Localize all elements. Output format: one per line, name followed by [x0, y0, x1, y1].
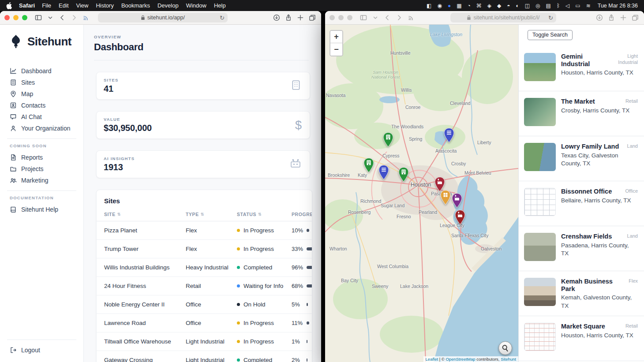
- sidebar-item-ai-chat[interactable]: AI Chat: [6, 111, 77, 123]
- sidebar-item-map[interactable]: Map: [6, 88, 77, 100]
- map-marker-building[interactable]: [382, 132, 394, 148]
- column-type[interactable]: TYPE⇅: [186, 212, 237, 217]
- battery-icon[interactable]: ▭: [575, 3, 580, 8]
- table-row[interactable]: 24 Hour FitnessRetailWaiting for Info68%: [97, 277, 312, 295]
- zoom-button[interactable]: [22, 15, 27, 20]
- shield-icon[interactable]: ◈: [487, 3, 491, 8]
- bluetooth-icon[interactable]: ᛒ: [557, 3, 560, 8]
- menu-window[interactable]: Window: [186, 2, 206, 9]
- map[interactable]: HuntsvilleLake LivingstonSam Houston Nat…: [325, 25, 518, 362]
- table-row[interactable]: Trump TowerFlexIn Progress33%: [97, 240, 312, 258]
- column-site[interactable]: SITE⇅: [97, 212, 186, 217]
- close-button[interactable]: [4, 15, 10, 20]
- sync-icon[interactable]: ◎: [535, 3, 540, 8]
- property-card-crenshaw-fields[interactable]: Crenshaw FieldsLandPasadena, Harris Coun…: [519, 226, 644, 271]
- address-bar[interactable]: sitehunt.io/app/ ↻: [98, 13, 228, 22]
- reload-icon[interactable]: ↻: [548, 15, 553, 21]
- table-row[interactable]: Lawrence RoadOfficeIn Progress11%: [97, 314, 312, 332]
- table-row[interactable]: Pizza PlanetFlexIn Progress10%: [97, 221, 312, 240]
- map-marker-list[interactable]: [443, 127, 455, 143]
- minimize-button[interactable]: [13, 15, 19, 20]
- zoom-in-button[interactable]: +: [330, 31, 342, 43]
- column-progress[interactable]: PROGRESS⇅: [292, 212, 312, 217]
- chevron-down-icon[interactable]: [371, 13, 380, 22]
- address-bar[interactable]: sitehunt.io/sitehunt/public/i/ ↻: [450, 13, 556, 22]
- map-marker-building[interactable]: [363, 157, 374, 173]
- reload-icon[interactable]: ↻: [220, 15, 225, 21]
- volume-icon[interactable]: ◁: [565, 3, 569, 8]
- ink-icon[interactable]: ◆: [497, 3, 501, 8]
- sidebar-item-reports[interactable]: Reports: [6, 152, 77, 163]
- map-marker-list[interactable]: [378, 164, 389, 180]
- menu-help[interactable]: Help: [214, 2, 226, 9]
- download-icon[interactable]: [595, 13, 604, 22]
- map-marker-industry[interactable]: [451, 193, 463, 209]
- sort-icon[interactable]: ⇅: [258, 212, 262, 216]
- map-marker-industry[interactable]: [454, 209, 466, 225]
- wifi-icon[interactable]: ≋: [586, 3, 591, 8]
- sidebar-toggle-icon[interactable]: [359, 13, 368, 22]
- display-icon[interactable]: ◧: [427, 3, 431, 8]
- clock-icon[interactable]: ◔: [468, 3, 471, 8]
- map-marker-building[interactable]: [398, 167, 409, 183]
- sidebar-item-projects[interactable]: Projects: [6, 163, 77, 175]
- table-row[interactable]: Gateway CrossingLight IndustrialComplete…: [97, 351, 312, 362]
- minimize-button[interactable]: [338, 15, 344, 20]
- back-button[interactable]: [58, 13, 67, 22]
- table-row[interactable]: Tiltwall Office WarehouseLight Industria…: [97, 332, 312, 351]
- osm-link[interactable]: OpenStreetMap: [446, 357, 475, 362]
- tab-overview-icon[interactable]: [631, 13, 640, 22]
- siri-icon[interactable]: ◐: [516, 3, 519, 8]
- sidebar-item-sitehunt-help[interactable]: Sitehunt Help: [6, 204, 77, 215]
- user-status-icon[interactable]: ◓: [507, 3, 510, 8]
- sidebar-item-your-organization[interactable]: Your Organization: [6, 123, 77, 134]
- share-icon[interactable]: [284, 13, 293, 22]
- menu-history[interactable]: History: [96, 2, 113, 9]
- property-card-market-square[interactable]: Market SquareRetailHouston, Harris Count…: [519, 316, 644, 361]
- menu-safari[interactable]: Safari: [19, 2, 35, 9]
- column-status[interactable]: STATUS⇅: [237, 212, 292, 217]
- sidebar-item-sites[interactable]: Sites: [6, 77, 77, 88]
- forward-button[interactable]: [395, 13, 404, 22]
- map-search-button[interactable]: [498, 341, 512, 355]
- property-card-the-market[interactable]: The MarketRetailCrosby, Harris County, T…: [519, 91, 644, 136]
- extension-icon[interactable]: [82, 13, 90, 22]
- sidebar-item-marketing[interactable]: Marketing: [6, 175, 77, 186]
- zoom-out-button[interactable]: −: [330, 43, 342, 56]
- map-marker-grid[interactable]: [440, 190, 451, 205]
- brand[interactable]: Sitehunt: [8, 34, 77, 49]
- zoom-button[interactable]: [347, 15, 352, 20]
- screen-record-icon[interactable]: ◉: [437, 3, 442, 8]
- location-icon[interactable]: ●: [448, 3, 451, 8]
- keyboard-icon[interactable]: ⌘: [476, 3, 482, 8]
- dock-icon[interactable]: ◫: [525, 3, 530, 8]
- sitehunt-link[interactable]: Sitehunt: [501, 357, 516, 362]
- back-button[interactable]: [383, 13, 392, 22]
- forward-button[interactable]: [70, 13, 79, 22]
- leaflet-link[interactable]: Leaflet: [426, 357, 438, 362]
- menu-bookmarks[interactable]: Bookmarks: [121, 2, 150, 9]
- new-tab-icon[interactable]: [619, 13, 628, 22]
- property-card-gemini-industrial[interactable]: Gemini IndustrialLight IndustrialHouston…: [519, 46, 644, 91]
- sort-icon[interactable]: ⇅: [201, 212, 204, 216]
- menu-view[interactable]: View: [76, 2, 89, 9]
- sidebar-item-dashboard[interactable]: Dashboard: [6, 65, 77, 77]
- apple-menu[interactable]: [6, 2, 12, 9]
- toggle-search-button[interactable]: Toggle Search: [528, 30, 573, 40]
- property-card-lowry-family-land[interactable]: Lowry Family LandLandTexas City, Galvest…: [519, 136, 644, 181]
- share-icon[interactable]: [607, 13, 616, 22]
- logout-button[interactable]: Logout: [6, 344, 77, 356]
- table-row[interactable]: Noble Energy Center IIOfficeOn Hold5%: [97, 295, 312, 314]
- sidebar-item-contacts[interactable]: Contacts: [6, 100, 77, 111]
- property-card-bissonnet-office[interactable]: Bissonnet OfficeOfficeBellaire, Harris C…: [519, 181, 644, 226]
- menu-file[interactable]: File: [42, 2, 51, 9]
- download-icon[interactable]: [272, 13, 281, 22]
- sidebar-toggle-icon[interactable]: [34, 13, 43, 22]
- table-row[interactable]: Willis Industrial BuildingsHeavy Industr…: [97, 258, 312, 277]
- tab-overview-icon[interactable]: [308, 13, 317, 22]
- extension-icon[interactable]: [407, 13, 416, 22]
- new-tab-icon[interactable]: [296, 13, 305, 22]
- chevron-down-icon[interactable]: [46, 13, 55, 22]
- layers-icon[interactable]: ▤: [546, 3, 551, 8]
- sort-icon[interactable]: ⇅: [117, 212, 121, 216]
